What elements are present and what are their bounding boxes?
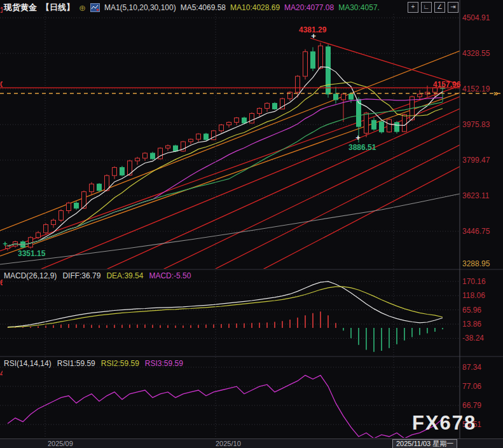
macd-diff-value: DIFF:36.79 <box>62 271 100 280</box>
time-axis-label: 2025/09 <box>48 440 73 447</box>
price-axis-label: -38.24 <box>462 334 500 343</box>
price-axis-label: 3623.11 <box>462 191 500 200</box>
ma20-value: MA20:4077.08 <box>284 3 334 12</box>
price-annotation: 3886.51 <box>348 143 376 152</box>
price-axis-label: 3446.75 <box>462 227 500 236</box>
ma5-value: MA5:4069.58 <box>181 3 226 12</box>
price-annotation: 4157.96 <box>433 80 460 89</box>
price-axis-label: 87.34 <box>462 363 500 372</box>
rsi1-value: RSI1:59.59 <box>57 359 95 368</box>
ma-group-label: MA1(5,10,20,30,100) <box>104 3 176 12</box>
price-axis-label: 170.16 <box>462 277 500 286</box>
scroll-right-arrow-icon[interactable]: » <box>493 88 498 98</box>
price-annotation: 4381.29 <box>299 25 326 34</box>
time-axis-label: 2025/10 <box>216 440 241 447</box>
rsi-label: RSI(14,14,14) <box>4 359 52 368</box>
chart-canvas[interactable]: +++ <box>0 0 503 448</box>
price-axis-label: 3975.83 <box>462 120 500 129</box>
macd-value: MACD:-5.50 <box>149 271 191 280</box>
macd-panel-header: MACD(26,12,9) DIFF:36.79 DEA:39.54 MACD:… <box>4 271 191 280</box>
time-axis[interactable]: 2025/11/03 星期一 2025/092025/10 <box>0 438 503 448</box>
price-axis-label: 13.86 <box>462 320 500 329</box>
price-axis-label: 65.96 <box>462 306 500 315</box>
rsi-panel-header: RSI(14,14,14) RSI1:59.59 RSI2:59.59 RSI3… <box>4 359 183 368</box>
y-axis-scale-icon[interactable]: ∟ <box>421 2 432 13</box>
macd-label: MACD(26,12,9) <box>4 271 57 280</box>
clipped-axis-fragment: 0 <box>0 80 3 89</box>
watermark: FX678 <box>412 412 476 435</box>
price-axis-label: 77.06 <box>462 382 500 391</box>
chart-type-icon[interactable] <box>90 3 100 12</box>
price-axis-label: 3799.47 <box>462 156 500 165</box>
price-axis-label: 4328.55 <box>462 49 500 58</box>
price-axis-label: 4504.91 <box>462 13 500 22</box>
price-axis-label: 118.06 <box>462 291 500 300</box>
clipped-axis-fragment: 6 <box>0 278 3 287</box>
macd-dea-value: DEA:39.54 <box>106 271 143 280</box>
extreme-marker-icon: + <box>355 133 361 142</box>
price-axis-label: 66.79 <box>462 401 500 410</box>
crosshair-icon[interactable]: + <box>408 2 418 13</box>
extreme-marker-icon: + <box>3 239 8 248</box>
trading-chart-app: +++ 现货黄金 【日线】 ⊕ MA1(5,10,20,30,100) MA5:… <box>0 0 503 448</box>
add-indicator-icon[interactable]: ⊕ <box>79 3 86 13</box>
title-bar: 现货黄金 【日线】 ⊕ MA1(5,10,20,30,100) MA5:4069… <box>4 2 380 13</box>
period-label: 【日线】 <box>41 2 74 13</box>
clipped-axis-fragment: 4 <box>0 369 3 378</box>
price-annotation: 3351.15 <box>18 249 45 258</box>
chart-toolbar: + ∟ ∠ ⇥ <box>408 2 458 13</box>
ma30-value: MA30:4057. <box>338 3 380 12</box>
clipped-axis-fragment: 1 <box>0 6 3 15</box>
rsi3-value: RSI3:59.59 <box>145 359 183 368</box>
ma10-value: MA10:4028.69 <box>230 3 280 12</box>
symbol-name: 现货黄金 <box>4 2 37 13</box>
price-axis-label: 3288.95 <box>462 259 500 268</box>
rsi2-value: RSI2:59.59 <box>101 359 139 368</box>
x-axis-scale-icon[interactable]: ∠ <box>434 2 445 13</box>
collapse-panel-icon[interactable]: ⇥ <box>448 2 458 13</box>
current-date-label: 2025/11/03 星期一 <box>392 439 457 448</box>
